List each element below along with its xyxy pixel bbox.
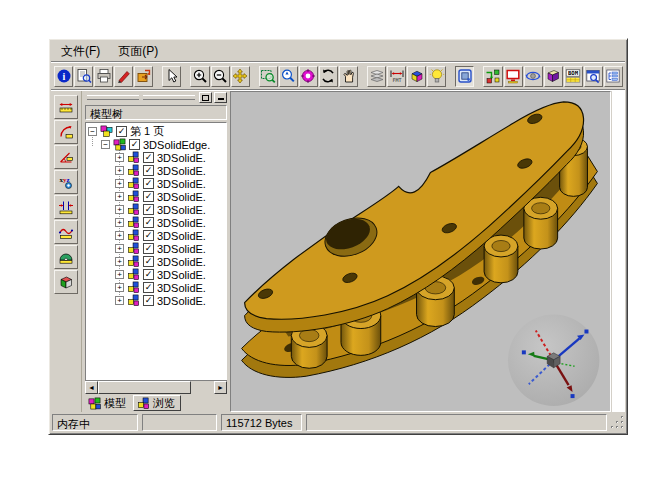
collapse-icon[interactable]: −: [101, 140, 110, 149]
pan-cross-button[interactable]: [231, 66, 250, 87]
markup-pen-button[interactable]: [114, 66, 133, 87]
visibility-checkbox[interactable]: ✓: [143, 269, 154, 280]
fit-width-button[interactable]: [387, 66, 406, 87]
tree-item-part[interactable]: + ✓ 3DSolidE.: [86, 268, 226, 281]
visibility-checkbox[interactable]: ✓: [143, 295, 154, 306]
grip-line: [87, 95, 139, 100]
tree-item-label: 3DSolidE.: [157, 152, 206, 164]
system-monitor-button[interactable]: [504, 66, 523, 87]
tree-item-label: 3DSolidE.: [157, 165, 206, 177]
tree-horizontal-scrollbar[interactable]: ◄ ►: [85, 380, 227, 394]
tree-item-part[interactable]: + ✓ 3DSolidE.: [86, 294, 226, 307]
visibility-checkbox[interactable]: ✓: [143, 243, 154, 254]
part-cubes-icon: [127, 268, 140, 281]
tab-browse[interactable]: 浏览: [133, 395, 181, 411]
visibility-checkbox[interactable]: ✓: [116, 126, 127, 137]
tree-item-part[interactable]: + ✓ 3DSolidE.: [86, 151, 226, 164]
export-button[interactable]: [134, 66, 153, 87]
part-cubes-icon: [127, 203, 140, 216]
tree-item-part[interactable]: + ✓ 3DSolidE.: [86, 255, 226, 268]
layers-button[interactable]: [367, 66, 386, 87]
tree-panel-title: 模型树: [85, 105, 227, 120]
scrollbar-thumb[interactable]: [98, 381, 191, 394]
menu-file[interactable]: 文件(F): [52, 41, 109, 62]
expand-icon[interactable]: +: [115, 270, 124, 279]
dynamic-zoom-button[interactable]: [279, 66, 298, 87]
menu-page[interactable]: 页面(P): [109, 41, 167, 62]
zoom-window-button[interactable]: [259, 66, 278, 87]
measure-area-button[interactable]: [54, 245, 78, 269]
visibility-checkbox[interactable]: ✓: [143, 178, 154, 189]
frame-view-button[interactable]: [455, 66, 474, 87]
visibility-checkbox[interactable]: ✓: [143, 165, 154, 176]
main-area: 模型树 − ✓ 第 1 页 − ✓ 3DSolidEdg: [51, 91, 625, 412]
panel-hide-button[interactable]: [214, 92, 227, 103]
light-button[interactable]: [427, 66, 446, 87]
model-tree[interactable]: − ✓ 第 1 页 − ✓ 3DSolidEdge.: [85, 122, 227, 381]
expand-icon[interactable]: +: [115, 257, 124, 266]
measure-radius-button[interactable]: [54, 120, 78, 144]
expand-icon[interactable]: +: [115, 231, 124, 240]
tree-item-part[interactable]: + ✓ 3DSolidE.: [86, 203, 226, 216]
properties-window-button[interactable]: [584, 66, 603, 87]
expand-icon[interactable]: +: [115, 283, 124, 292]
orbit-button[interactable]: [524, 66, 543, 87]
zoom-out-button[interactable]: [211, 66, 230, 87]
resize-grip[interactable]: [611, 416, 625, 430]
print-preview-button[interactable]: [74, 66, 93, 87]
pan-hand-button[interactable]: [339, 66, 358, 87]
3d-viewport[interactable]: [230, 91, 611, 412]
solid-props-button[interactable]: [544, 66, 563, 87]
measure-horizontal-button[interactable]: [54, 95, 78, 119]
visibility-checkbox[interactable]: ✓: [143, 204, 154, 215]
tab-model[interactable]: 模型: [85, 395, 131, 411]
tree-list-button[interactable]: [604, 66, 623, 87]
visibility-checkbox[interactable]: ✓: [143, 256, 154, 267]
measure-coordinate-button[interactable]: [54, 170, 78, 194]
collapse-icon[interactable]: −: [88, 127, 97, 136]
tree-item-assembly[interactable]: − ✓ 3DSolidEdge.: [86, 138, 226, 151]
expand-icon[interactable]: +: [115, 166, 124, 175]
select-cursor-button[interactable]: [162, 66, 181, 87]
tree-item-label: 3DSolidE.: [157, 178, 206, 190]
visibility-checkbox[interactable]: ✓: [129, 139, 140, 150]
tree-item-part[interactable]: + ✓ 3DSolidE.: [86, 281, 226, 294]
visibility-checkbox[interactable]: ✓: [143, 217, 154, 228]
rotate-view-button[interactable]: [319, 66, 338, 87]
tree-item-page[interactable]: − ✓ 第 1 页: [86, 125, 226, 138]
expand-icon[interactable]: +: [115, 192, 124, 201]
visibility-checkbox[interactable]: ✓: [143, 282, 154, 293]
tree-item-label: 3DSolidEdge.: [143, 139, 210, 151]
expand-icon[interactable]: +: [115, 205, 124, 214]
panel-grip[interactable]: [85, 91, 227, 104]
print-button[interactable]: [94, 66, 113, 87]
expand-icon[interactable]: +: [115, 296, 124, 305]
measure-curve-button[interactable]: [54, 220, 78, 244]
tree-item-part[interactable]: + ✓ 3DSolidE.: [86, 229, 226, 242]
zoom-in-button[interactable]: [190, 66, 209, 87]
tree-item-part[interactable]: + ✓ 3DSolidE.: [86, 216, 226, 229]
tree-item-part[interactable]: + ✓ 3DSolidE.: [86, 242, 226, 255]
expand-icon[interactable]: +: [115, 218, 124, 227]
rotate-target-button[interactable]: [299, 66, 318, 87]
scroll-right-button[interactable]: ►: [214, 381, 227, 394]
measure-solid-button[interactable]: [54, 270, 78, 294]
visibility-checkbox[interactable]: ✓: [143, 191, 154, 202]
tree-item-part[interactable]: + ✓ 3DSolidE.: [86, 190, 226, 203]
bom-button[interactable]: [564, 66, 583, 87]
expand-icon[interactable]: +: [115, 153, 124, 162]
tree-item-part[interactable]: + ✓ 3DSolidE.: [86, 164, 226, 177]
info-button[interactable]: [54, 66, 73, 87]
expand-icon[interactable]: +: [115, 179, 124, 188]
visibility-checkbox[interactable]: ✓: [143, 152, 154, 163]
expand-icon[interactable]: +: [115, 244, 124, 253]
shaded-cube-button[interactable]: [407, 66, 426, 87]
part-cubes-icon: [127, 242, 140, 255]
panel-float-button[interactable]: [199, 92, 212, 103]
measure-angle-button[interactable]: [54, 145, 78, 169]
assembly-tree-button[interactable]: [483, 66, 502, 87]
tree-item-part[interactable]: + ✓ 3DSolidE.: [86, 177, 226, 190]
scroll-left-button[interactable]: ◄: [85, 381, 98, 394]
measure-distance-button[interactable]: [54, 195, 78, 219]
visibility-checkbox[interactable]: ✓: [143, 230, 154, 241]
